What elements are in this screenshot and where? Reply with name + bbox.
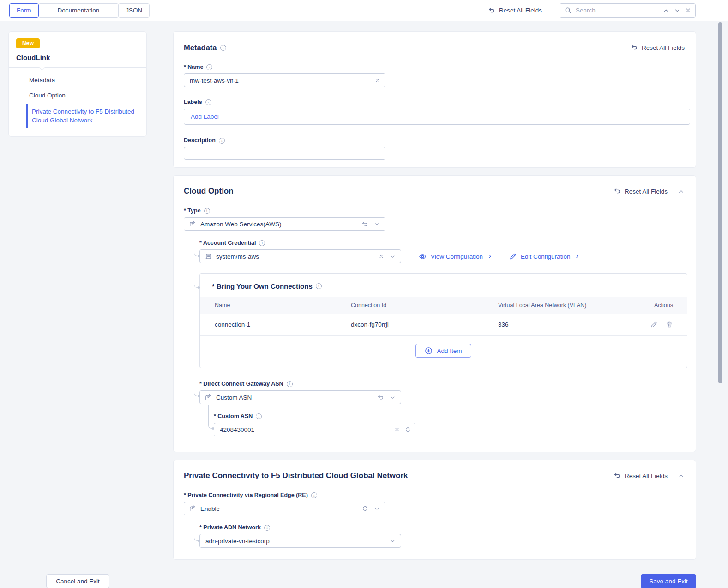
vertical-scrollbar[interactable] [718, 22, 722, 383]
search-input[interactable] [576, 7, 658, 14]
tab-documentation[interactable]: Documentation [38, 3, 119, 18]
sidebar-item-private-connectivity[interactable]: Private Connectivity to F5 Distributed C… [26, 104, 139, 128]
private-connectivity-header: Private Connectivity to F5 Distributed C… [184, 470, 685, 481]
account-credential-value: system/ms-aws [216, 253, 374, 260]
bring-your-own-connections-panel: * Bring Your Own Connections Name Connec… [199, 273, 687, 368]
metadata-section: Metadata Reset All Fields * Name [173, 31, 696, 168]
metadata-header: Metadata Reset All Fields [184, 42, 685, 53]
undo-icon [614, 188, 621, 195]
divider [9, 67, 146, 68]
chevron-down-icon[interactable] [374, 221, 380, 227]
collapse-section-icon[interactable] [678, 188, 685, 195]
private-connectivity-section-body: Private Connectivity to F5 Distributed C… [174, 460, 696, 559]
view-configuration-link[interactable]: View Configuration [419, 253, 493, 261]
dcg-asn-label: * Direct Connect Gateway ASN [199, 380, 685, 388]
info-icon[interactable] [219, 138, 225, 144]
save-and-exit-button[interactable]: Save and Exit [641, 574, 696, 588]
info-icon[interactable] [287, 381, 293, 387]
type-select[interactable]: Amazon Web Services(AWS) [184, 217, 385, 231]
view-configuration-label: View Configuration [431, 253, 483, 260]
undo-icon[interactable] [361, 221, 368, 228]
info-icon[interactable] [220, 45, 226, 51]
re-select[interactable]: Enable [184, 502, 385, 515]
reset-label: Reset All Fields [625, 473, 668, 479]
clear-icon[interactable] [375, 78, 380, 83]
footer: Cancel and Exit Save and Exit [0, 567, 728, 588]
oneof-select-icon [205, 394, 212, 401]
chevron-down-icon[interactable] [390, 254, 396, 260]
tab-documentation-label: Documentation [58, 7, 100, 14]
undo-icon [631, 44, 638, 51]
info-icon[interactable] [204, 208, 210, 214]
reset-all-fields-label: Reset All Fields [499, 7, 542, 14]
byoc-title-text: * Bring Your Own Connections [212, 282, 313, 290]
oneof-select-icon [189, 505, 196, 512]
sidebar-item-metadata[interactable]: Metadata [16, 73, 139, 88]
chevron-down-icon[interactable] [674, 7, 680, 14]
info-icon[interactable] [259, 240, 265, 246]
name-label: * Name [184, 63, 685, 71]
custom-asn-label: * Custom ASN [214, 412, 685, 420]
name-input[interactable] [190, 77, 375, 84]
private-connectivity-title: Private Connectivity to F5 Distributed C… [184, 471, 408, 480]
tree-connector [208, 405, 209, 423]
description-label: Description [184, 137, 685, 144]
chevron-down-icon[interactable] [390, 538, 396, 544]
metadata-reset-button[interactable]: Reset All Fields [631, 44, 685, 51]
info-icon[interactable] [311, 492, 317, 498]
custom-asn-input[interactable] [220, 426, 394, 433]
undo-icon[interactable] [377, 394, 384, 401]
close-icon[interactable] [685, 7, 691, 13]
refresh-icon[interactable] [362, 505, 368, 512]
tab-json[interactable]: JSON [118, 3, 150, 18]
chevron-down-icon[interactable] [374, 506, 380, 512]
name-field [184, 73, 385, 87]
cancel-and-exit-button[interactable]: Cancel and Exit [46, 574, 109, 588]
private-connectivity-section: Private Connectivity to F5 Distributed C… [173, 460, 696, 560]
info-icon[interactable] [264, 525, 270, 531]
info-icon[interactable] [316, 283, 322, 289]
add-label-button[interactable]: Add Label [191, 113, 219, 120]
labels-field[interactable]: Add Label [184, 109, 690, 125]
clear-icon[interactable] [394, 427, 400, 432]
chevron-up-icon[interactable] [663, 7, 669, 14]
adn-network-select[interactable]: adn-private-vn-testcorp [199, 534, 401, 548]
info-icon[interactable] [205, 99, 211, 105]
tab-form[interactable]: Form [9, 3, 39, 18]
private-connectivity-reset-button[interactable]: Reset All Fields [614, 472, 668, 479]
sidebar-item-cloud-option[interactable]: Cloud Option [16, 88, 139, 103]
stepper-down-icon[interactable] [405, 430, 410, 433]
stepper-up-icon[interactable] [405, 426, 410, 430]
undo-icon [614, 472, 621, 479]
plus-circle-icon [425, 347, 433, 355]
new-badge: New [16, 38, 40, 48]
description-input[interactable] [184, 147, 385, 160]
sidebar: New CloudLink Metadata Cloud Option Priv… [8, 31, 147, 137]
add-item-button[interactable]: Add Item [415, 344, 471, 358]
collapse-section-icon[interactable] [678, 473, 685, 479]
eye-icon [419, 253, 427, 261]
clear-icon[interactable] [379, 254, 384, 259]
byoc-table: Name Connection Id Virtual Local Area Ne… [200, 297, 687, 336]
account-credential-select[interactable]: system/ms-aws [199, 249, 401, 263]
info-icon[interactable] [206, 64, 212, 70]
adn-network-label-text: * Private ADN Network [199, 524, 261, 531]
labels-label-text: Labels [184, 99, 202, 105]
info-icon[interactable] [256, 413, 262, 419]
delete-icon[interactable] [666, 321, 673, 328]
reset-all-fields-button[interactable]: Reset All Fields [488, 7, 542, 14]
reset-label: Reset All Fields [642, 44, 685, 51]
content: New CloudLink Metadata Cloud Option Priv… [0, 21, 728, 567]
cloud-option-reset-button[interactable]: Reset All Fields [614, 188, 668, 195]
chevron-down-icon[interactable] [390, 394, 396, 400]
custom-asn-field [214, 423, 415, 436]
dcg-asn-select[interactable]: Custom ASN [199, 390, 401, 404]
sidebar-title: CloudLink [16, 54, 139, 61]
number-stepper[interactable] [405, 426, 410, 433]
cloud-option-section: Cloud Option Reset All Fields [173, 175, 696, 452]
account-credential-row: system/ms-aws View Configuration [199, 249, 685, 263]
edit-icon[interactable] [650, 321, 657, 328]
edit-configuration-link[interactable]: Edit Configuration [509, 253, 580, 260]
cloud-option-title: Cloud Option [184, 187, 234, 196]
table-row: connection-1 dxcon-fg70rrji 336 [200, 314, 687, 336]
